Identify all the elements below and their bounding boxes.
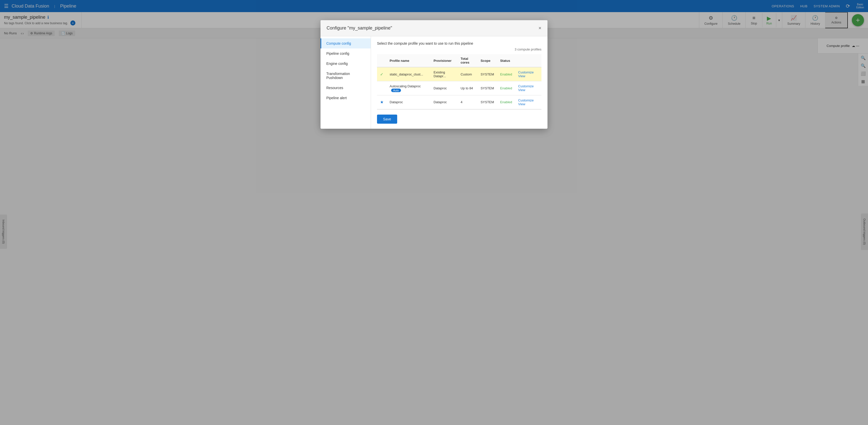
col-header-selected <box>377 54 386 67</box>
col-header-total-cores: Total cores <box>458 54 477 67</box>
customize-button-0[interactable]: Customize <box>518 70 534 74</box>
view-button-2[interactable]: View <box>518 102 525 106</box>
status-cell: Enabled <box>497 67 515 81</box>
status-badge: Enabled <box>500 73 512 76</box>
selected-indicator <box>377 81 386 95</box>
actions-cell: Customize View <box>515 67 541 81</box>
col-header-status: Status <box>497 54 515 67</box>
selected-indicator: ✓ <box>377 67 386 81</box>
status-badge: Enabled <box>500 86 512 90</box>
sidebar-nav-pipeline-alert[interactable]: Pipeline alert <box>320 93 371 103</box>
sidebar-nav-transformation-pushdown[interactable]: Transformation Pushdown <box>320 69 371 83</box>
profile-name-cell: Autoscaling Dataproc Auto <box>386 81 431 95</box>
total-cores-cell: Up to 84 <box>458 81 477 95</box>
modal-footer: Save <box>377 109 541 124</box>
col-header-scope: Scope <box>477 54 497 67</box>
sidebar-nav-pipeline-config[interactable]: Pipeline config <box>320 49 371 59</box>
configure-modal: Configure "my_sample_pipeline" × Compute… <box>320 38 548 129</box>
sidebar-nav-engine-config[interactable]: Engine config <box>320 59 371 69</box>
profile-name-cell: static_dataproc_clust... <box>386 67 431 81</box>
total-cores-cell: 4 <box>458 95 477 109</box>
sidebar-nav-compute-config[interactable]: Compute config <box>320 38 371 49</box>
content-subtitle: Select the compute profile you want to u… <box>377 41 541 46</box>
actions-cell: Customize View <box>515 95 541 109</box>
provisioner-cell: Dataproc <box>431 81 458 95</box>
profile-name-cell: Dataproc <box>386 95 431 109</box>
modal-body: Compute config Pipeline config Engine co… <box>320 38 548 129</box>
status-cell: Enabled <box>497 95 515 109</box>
check-icon: ✓ <box>380 72 383 77</box>
status-badge: Enabled <box>500 100 512 104</box>
modal-content-area: Select the compute profile you want to u… <box>371 38 548 129</box>
provisioner-cell: Existing Datapr... <box>431 67 458 81</box>
col-header-profile-name: Profile name <box>386 54 431 67</box>
profiles-table: Profile name Provisioner Total cores Sco… <box>377 54 541 109</box>
status-cell: Enabled <box>497 81 515 95</box>
customize-button-1[interactable]: Customize <box>518 84 534 88</box>
star-icon: ★ <box>380 100 383 104</box>
canvas-area: Compute profile ☁ — 🔍 🔍 ⬜ ▦ Inbound trig… <box>0 38 868 425</box>
scope-cell: SYSTEM <box>477 81 497 95</box>
provisioner-cell: Dataproc <box>431 95 458 109</box>
save-button[interactable]: Save <box>377 115 397 124</box>
profiles-count: 3 compute profiles <box>377 48 541 51</box>
view-button-1[interactable]: View <box>518 88 525 92</box>
total-cores-cell: Custom <box>458 67 477 81</box>
view-button-0[interactable]: View <box>518 74 525 78</box>
actions-cell: Customize View <box>515 81 541 95</box>
modal-overlay: Configure "my_sample_pipeline" × Compute… <box>0 38 868 425</box>
auto-badge: Auto <box>391 89 401 92</box>
selected-indicator: ★ <box>377 95 386 109</box>
scope-cell: SYSTEM <box>477 67 497 81</box>
table-row[interactable]: ✓ static_dataproc_clust... Existing Data… <box>377 67 541 81</box>
sidebar-nav-resources[interactable]: Resources <box>320 83 371 93</box>
col-header-actions <box>515 54 541 67</box>
table-row[interactable]: ★ Dataproc Dataproc 4 SYSTEM Enabled <box>377 95 541 109</box>
modal-sidebar-nav: Compute config Pipeline config Engine co… <box>320 38 371 129</box>
table-row[interactable]: Autoscaling Dataproc Auto Dataproc Up to… <box>377 81 541 95</box>
table-header-row: Profile name Provisioner Total cores Sco… <box>377 54 541 67</box>
scope-cell: SYSTEM <box>477 95 497 109</box>
col-header-provisioner: Provisioner <box>431 54 458 67</box>
customize-button-2[interactable]: Customize <box>518 98 534 102</box>
